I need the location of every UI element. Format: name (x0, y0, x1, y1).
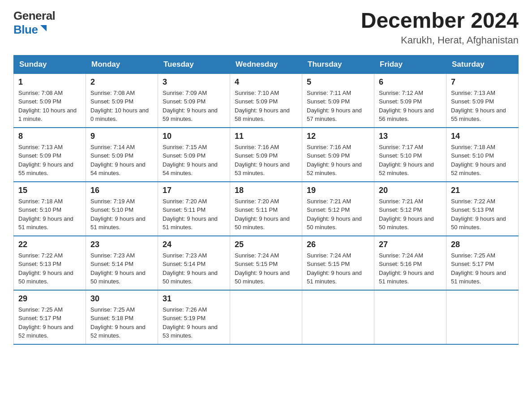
day-number: 6 (379, 77, 442, 87)
page-header: General Blue December 2024 Karukh, Herat… (13, 9, 519, 46)
week-row-1: 1Sunrise: 7:08 AMSunset: 5:09 PMDaylight… (14, 73, 519, 128)
day-number: 27 (379, 240, 442, 249)
calendar-cell: 19Sunrise: 7:21 AMSunset: 5:12 PMDayligh… (302, 182, 374, 236)
day-number: 9 (90, 132, 153, 141)
day-info: Sunrise: 7:10 AMSunset: 5:09 PMDaylight:… (235, 89, 297, 124)
weekday-header-saturday: Saturday (446, 55, 519, 73)
day-info: Sunrise: 7:21 AMSunset: 5:12 PMDaylight:… (307, 197, 369, 232)
weekday-header-wednesday: Wednesday (230, 55, 302, 73)
calendar-cell: 31Sunrise: 7:26 AMSunset: 5:19 PMDayligh… (158, 290, 230, 344)
calendar-cell: 18Sunrise: 7:20 AMSunset: 5:11 PMDayligh… (230, 182, 302, 236)
day-info: Sunrise: 7:26 AMSunset: 5:19 PMDaylight:… (163, 305, 225, 340)
day-info: Sunrise: 7:14 AMSunset: 5:09 PMDaylight:… (90, 143, 153, 178)
calendar-cell: 1Sunrise: 7:08 AMSunset: 5:09 PMDaylight… (14, 73, 86, 128)
day-number: 10 (163, 132, 225, 141)
weekday-header-monday: Monday (86, 55, 158, 73)
calendar-cell: 25Sunrise: 7:24 AMSunset: 5:15 PMDayligh… (230, 236, 302, 290)
calendar-cell: 21Sunrise: 7:22 AMSunset: 5:13 PMDayligh… (446, 182, 519, 236)
day-number: 21 (451, 186, 514, 195)
svg-marker-0 (40, 25, 47, 31)
day-info: Sunrise: 7:24 AMSunset: 5:15 PMDaylight:… (235, 251, 297, 286)
calendar-cell: 20Sunrise: 7:21 AMSunset: 5:12 PMDayligh… (374, 182, 446, 236)
day-number: 23 (90, 240, 153, 249)
calendar-cell: 13Sunrise: 7:17 AMSunset: 5:10 PMDayligh… (374, 128, 446, 182)
weekday-header-row: SundayMondayTuesdayWednesdayThursdayFrid… (14, 55, 519, 73)
day-info: Sunrise: 7:23 AMSunset: 5:14 PMDaylight:… (163, 251, 225, 286)
day-number: 19 (307, 186, 369, 195)
day-number: 3 (163, 77, 225, 87)
week-row-3: 15Sunrise: 7:18 AMSunset: 5:10 PMDayligh… (14, 182, 519, 236)
week-row-5: 29Sunrise: 7:25 AMSunset: 5:17 PMDayligh… (14, 290, 519, 344)
day-number: 29 (18, 294, 81, 304)
calendar-cell (302, 290, 374, 344)
calendar-cell: 3Sunrise: 7:09 AMSunset: 5:09 PMDaylight… (158, 73, 230, 128)
day-number: 24 (163, 240, 225, 249)
day-info: Sunrise: 7:08 AMSunset: 5:09 PMDaylight:… (90, 89, 153, 124)
day-info: Sunrise: 7:23 AMSunset: 5:14 PMDaylight:… (90, 251, 153, 286)
day-info: Sunrise: 7:24 AMSunset: 5:15 PMDaylight:… (307, 251, 369, 286)
day-info: Sunrise: 7:24 AMSunset: 5:16 PMDaylight:… (379, 251, 442, 286)
day-info: Sunrise: 7:13 AMSunset: 5:09 PMDaylight:… (18, 143, 81, 178)
calendar-cell: 30Sunrise: 7:25 AMSunset: 5:18 PMDayligh… (86, 290, 158, 344)
weekday-header-tuesday: Tuesday (158, 55, 230, 73)
day-info: Sunrise: 7:16 AMSunset: 5:09 PMDaylight:… (235, 143, 297, 178)
day-info: Sunrise: 7:21 AMSunset: 5:12 PMDaylight:… (379, 197, 442, 232)
logo-blue: Blue (13, 23, 38, 37)
calendar-cell (230, 290, 302, 344)
day-number: 25 (235, 240, 297, 249)
day-number: 13 (379, 132, 442, 141)
week-row-4: 22Sunrise: 7:22 AMSunset: 5:13 PMDayligh… (14, 236, 519, 290)
weekday-header-thursday: Thursday (302, 55, 374, 73)
calendar-cell: 17Sunrise: 7:20 AMSunset: 5:11 PMDayligh… (158, 182, 230, 236)
day-info: Sunrise: 7:25 AMSunset: 5:17 PMDaylight:… (451, 251, 514, 286)
day-info: Sunrise: 7:20 AMSunset: 5:11 PMDaylight:… (163, 197, 225, 232)
day-info: Sunrise: 7:20 AMSunset: 5:11 PMDaylight:… (235, 197, 297, 232)
day-info: Sunrise: 7:15 AMSunset: 5:09 PMDaylight:… (163, 143, 225, 178)
calendar-cell: 6Sunrise: 7:12 AMSunset: 5:09 PMDaylight… (374, 73, 446, 128)
logo-arrow-icon (39, 23, 48, 35)
day-info: Sunrise: 7:19 AMSunset: 5:10 PMDaylight:… (90, 197, 153, 232)
calendar-cell: 14Sunrise: 7:18 AMSunset: 5:10 PMDayligh… (446, 128, 519, 182)
day-info: Sunrise: 7:22 AMSunset: 5:13 PMDaylight:… (451, 197, 514, 232)
calendar-cell: 7Sunrise: 7:13 AMSunset: 5:09 PMDaylight… (446, 73, 519, 128)
day-number: 20 (379, 186, 442, 195)
day-info: Sunrise: 7:09 AMSunset: 5:09 PMDaylight:… (163, 89, 225, 124)
day-number: 30 (90, 294, 153, 304)
calendar-cell: 29Sunrise: 7:25 AMSunset: 5:17 PMDayligh… (14, 290, 86, 344)
calendar-cell: 8Sunrise: 7:13 AMSunset: 5:09 PMDaylight… (14, 128, 86, 182)
day-number: 17 (163, 186, 225, 195)
week-row-2: 8Sunrise: 7:13 AMSunset: 5:09 PMDaylight… (14, 128, 519, 182)
calendar-cell (446, 290, 519, 344)
day-info: Sunrise: 7:25 AMSunset: 5:18 PMDaylight:… (90, 305, 153, 340)
title-section: December 2024 Karukh, Herat, Afghanistan (361, 9, 519, 46)
calendar-cell: 23Sunrise: 7:23 AMSunset: 5:14 PMDayligh… (86, 236, 158, 290)
day-number: 1 (18, 77, 81, 87)
day-number: 12 (307, 132, 369, 141)
day-info: Sunrise: 7:08 AMSunset: 5:09 PMDaylight:… (18, 89, 81, 124)
calendar-cell: 15Sunrise: 7:18 AMSunset: 5:10 PMDayligh… (14, 182, 86, 236)
day-number: 15 (18, 186, 81, 195)
calendar-cell: 2Sunrise: 7:08 AMSunset: 5:09 PMDaylight… (86, 73, 158, 128)
day-info: Sunrise: 7:18 AMSunset: 5:10 PMDaylight:… (451, 143, 514, 178)
calendar-cell: 28Sunrise: 7:25 AMSunset: 5:17 PMDayligh… (446, 236, 519, 290)
calendar-cell: 27Sunrise: 7:24 AMSunset: 5:16 PMDayligh… (374, 236, 446, 290)
logo: General Blue (13, 9, 55, 37)
calendar-cell: 12Sunrise: 7:16 AMSunset: 5:09 PMDayligh… (302, 128, 374, 182)
day-info: Sunrise: 7:12 AMSunset: 5:09 PMDaylight:… (379, 89, 442, 124)
weekday-header-sunday: Sunday (14, 55, 86, 73)
calendar-cell: 5Sunrise: 7:11 AMSunset: 5:09 PMDaylight… (302, 73, 374, 128)
day-number: 11 (235, 132, 297, 141)
calendar-cell: 10Sunrise: 7:15 AMSunset: 5:09 PMDayligh… (158, 128, 230, 182)
calendar-table: SundayMondayTuesdayWednesdayThursdayFrid… (13, 55, 519, 345)
day-info: Sunrise: 7:11 AMSunset: 5:09 PMDaylight:… (307, 89, 369, 124)
weekday-header-friday: Friday (374, 55, 446, 73)
day-number: 2 (90, 77, 153, 87)
day-number: 8 (18, 132, 81, 141)
day-number: 18 (235, 186, 297, 195)
day-number: 16 (90, 186, 153, 195)
day-info: Sunrise: 7:17 AMSunset: 5:10 PMDaylight:… (379, 143, 442, 178)
calendar-cell: 16Sunrise: 7:19 AMSunset: 5:10 PMDayligh… (86, 182, 158, 236)
day-info: Sunrise: 7:25 AMSunset: 5:17 PMDaylight:… (18, 305, 81, 340)
day-number: 26 (307, 240, 369, 249)
day-number: 4 (235, 77, 297, 87)
